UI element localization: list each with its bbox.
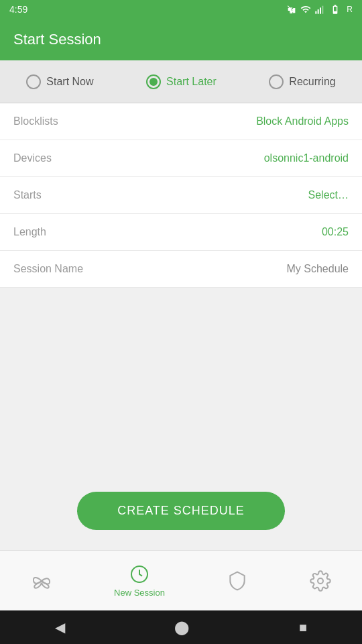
devices-row[interactable]: Devices olsonnic1-android	[0, 140, 362, 177]
app-header: Start Session	[0, 19, 362, 60]
blocklists-label: Blocklists	[13, 115, 58, 127]
nav-item-butterfly[interactable]	[31, 570, 52, 592]
starts-row[interactable]: Starts Select…	[0, 177, 362, 214]
shield-icon	[227, 570, 248, 592]
session-name-row[interactable]: Session Name My Schedule	[0, 251, 362, 288]
length-row[interactable]: Length 00:25	[0, 214, 362, 251]
length-value: 00:25	[322, 226, 349, 238]
blocklists-value: Block Android Apps	[256, 115, 349, 127]
status-time: 4:59	[9, 4, 27, 15]
svg-rect-0	[316, 11, 317, 14]
back-button[interactable]: ◀	[55, 619, 65, 635]
devices-label: Devices	[13, 152, 52, 164]
new-session-label: New Session	[114, 588, 165, 598]
wifi-icon	[300, 4, 311, 15]
recents-button[interactable]: ■	[299, 620, 307, 635]
content-spacer	[0, 288, 362, 478]
svg-rect-4	[334, 7, 337, 11]
tab-bar: Start Now Start Later Recurring	[0, 60, 362, 103]
nav-item-new-session[interactable]: New Session	[114, 564, 165, 598]
nav-item-shield[interactable]	[227, 570, 248, 592]
signal-icon	[314, 4, 325, 15]
svg-rect-2	[320, 7, 321, 13]
tab-recurring-label: Recurring	[289, 76, 335, 88]
session-name-label: Session Name	[13, 263, 83, 275]
devices-value: olsonnic1-android	[264, 152, 349, 164]
radio-start-later-inner	[149, 78, 158, 86]
main-content: Blocklists Block Android Apps Devices ol…	[0, 103, 362, 550]
tab-recurring[interactable]: Recurring	[258, 68, 346, 96]
clock-icon	[129, 564, 150, 585]
length-label: Length	[13, 226, 46, 238]
create-button-container: CREATE SCHEDULE	[0, 478, 362, 550]
tab-start-later[interactable]: Start Later	[135, 68, 227, 96]
tab-start-now-label: Start Now	[46, 76, 93, 88]
tab-start-later-label: Start Later	[166, 76, 217, 88]
create-schedule-button[interactable]: CREATE SCHEDULE	[77, 492, 285, 530]
session-name-value: My Schedule	[287, 263, 349, 275]
home-button[interactable]: ⬤	[174, 619, 189, 635]
mute-icon	[286, 4, 297, 15]
radio-start-now	[26, 74, 41, 89]
butterfly-icon	[31, 570, 52, 592]
svg-point-6	[318, 578, 323, 584]
starts-label: Starts	[13, 189, 42, 201]
bottom-nav: New Session	[0, 550, 362, 610]
r-indicator: R	[347, 5, 353, 14]
status-icons: R	[286, 4, 353, 15]
tab-start-now[interactable]: Start Now	[15, 68, 104, 96]
radio-recurring	[269, 74, 284, 89]
radio-start-later	[146, 74, 161, 89]
starts-value: Select…	[308, 189, 349, 201]
svg-rect-3	[322, 6, 324, 14]
android-nav-bar: ◀ ⬤ ■	[0, 610, 362, 644]
svg-rect-1	[318, 9, 319, 14]
page-title: Start Session	[13, 31, 101, 48]
gear-icon	[310, 570, 331, 592]
battery-icon	[328, 4, 342, 15]
blocklists-row[interactable]: Blocklists Block Android Apps	[0, 103, 362, 140]
status-bar: 4:59 R	[0, 0, 362, 19]
nav-item-settings[interactable]	[310, 570, 331, 592]
form-section: Blocklists Block Android Apps Devices ol…	[0, 103, 362, 288]
